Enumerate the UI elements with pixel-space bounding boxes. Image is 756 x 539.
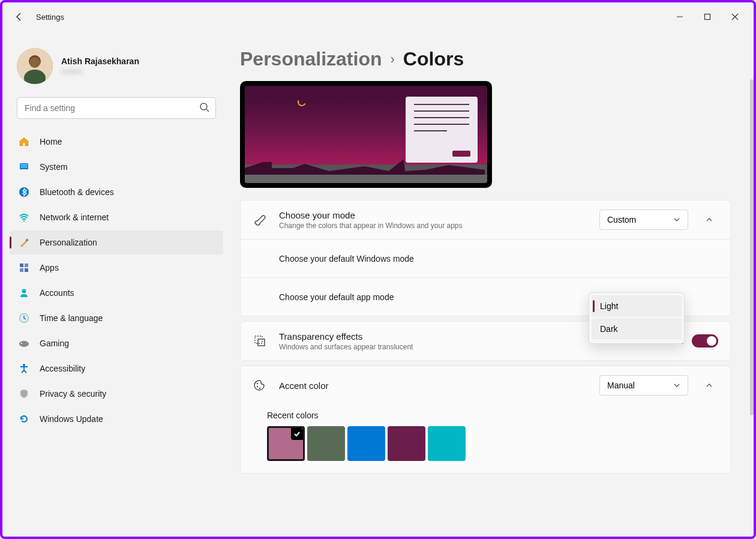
titlebar: Settings xyxy=(2,2,754,31)
accent-expand-toggle[interactable] xyxy=(700,376,718,394)
transparency-icon xyxy=(253,334,267,348)
color-swatch[interactable] xyxy=(267,426,305,461)
sidebar-item-home[interactable]: Home xyxy=(10,130,223,154)
accent-row[interactable]: Accent color Manual xyxy=(241,366,730,405)
update-icon xyxy=(18,413,30,425)
svg-point-6 xyxy=(200,103,207,110)
close-icon xyxy=(731,13,739,20)
user-block[interactable]: Atish Rajasekharan hidden xyxy=(10,43,223,95)
brush-icon xyxy=(253,213,267,226)
svg-point-21 xyxy=(21,343,22,344)
check-icon xyxy=(291,428,303,440)
svg-point-17 xyxy=(22,289,26,294)
popup-option-dark[interactable]: Dark xyxy=(592,318,682,340)
accent-value: Manual xyxy=(607,381,635,390)
maximize-icon xyxy=(704,13,711,20)
accent-card: Accent color Manual Recent colors xyxy=(240,366,731,474)
sidebar-item-update[interactable]: Windows Update xyxy=(10,407,223,431)
svg-point-20 xyxy=(19,341,29,347)
svg-rect-25 xyxy=(258,339,265,346)
sidebar-item-apps[interactable]: Apps xyxy=(10,256,223,280)
main-content: Personalization › Colors xyxy=(230,31,754,537)
theme-preview xyxy=(240,81,492,188)
accent-dropdown[interactable]: Manual xyxy=(599,375,688,396)
svg-rect-15 xyxy=(20,268,23,272)
accessibility-icon xyxy=(18,363,30,375)
minimize-button[interactable] xyxy=(666,7,694,26)
search-wrap xyxy=(17,97,216,119)
home-icon xyxy=(18,136,30,148)
page-title: Colors xyxy=(403,48,464,70)
close-button[interactable] xyxy=(721,7,749,26)
svg-line-7 xyxy=(206,109,209,112)
color-swatch[interactable] xyxy=(428,426,466,461)
chevron-up-icon xyxy=(705,215,713,224)
sidebar-item-label: Windows Update xyxy=(40,414,103,424)
color-swatch[interactable] xyxy=(347,426,385,461)
system-icon xyxy=(18,161,30,173)
windows-mode-title: Choose your default Windows mode xyxy=(253,254,414,263)
sidebar-item-gaming[interactable]: Gaming xyxy=(10,331,223,355)
color-swatch[interactable] xyxy=(307,426,345,461)
sidebar-item-label: Network & internet xyxy=(40,212,109,222)
transparency-toggle[interactable] xyxy=(692,334,718,348)
svg-point-22 xyxy=(26,343,27,344)
choose-mode-row[interactable]: Choose your mode Change the colors that … xyxy=(241,200,730,239)
scrollbar[interactable] xyxy=(750,79,754,415)
sidebar-item-label: Time & language xyxy=(40,313,103,323)
svg-rect-14 xyxy=(25,263,28,267)
maximize-button[interactable] xyxy=(694,7,721,26)
sidebar-item-personalization[interactable]: Personalization xyxy=(10,230,223,254)
accounts-icon xyxy=(18,287,30,299)
search-input[interactable] xyxy=(17,97,216,119)
breadcrumb-parent[interactable]: Personalization xyxy=(240,48,382,70)
palette-icon xyxy=(253,379,267,392)
sidebar-item-bluetooth[interactable]: Bluetooth & devices xyxy=(10,180,223,204)
sidebar-item-label: Home xyxy=(40,137,62,146)
user-email: hidden xyxy=(61,67,139,76)
sidebar-item-time[interactable]: Time & language xyxy=(10,306,223,330)
recent-colors-label: Recent colors xyxy=(267,411,730,420)
chevron-up-icon xyxy=(705,381,713,390)
mode-value: Custom xyxy=(607,215,636,224)
sidebar-item-label: System xyxy=(40,162,68,172)
svg-rect-1 xyxy=(705,14,710,20)
mode-title: Choose your mode xyxy=(279,210,599,220)
gaming-icon xyxy=(18,337,30,349)
popup-option-light[interactable]: Light xyxy=(592,295,682,317)
sidebar-item-network[interactable]: Network & internet xyxy=(10,205,223,229)
svg-rect-9 xyxy=(20,164,28,168)
mode-dropdown[interactable]: Custom xyxy=(599,209,688,230)
bluetooth-icon xyxy=(18,186,30,198)
windows-mode-popup: Light Dark xyxy=(589,292,685,344)
sidebar-item-system[interactable]: System xyxy=(10,155,223,179)
accent-title: Accent color xyxy=(279,381,599,391)
privacy-icon xyxy=(18,388,30,400)
svg-point-11 xyxy=(23,220,25,221)
svg-point-27 xyxy=(257,386,258,387)
search-icon xyxy=(199,102,210,115)
sidebar-item-privacy[interactable]: Privacy & security xyxy=(10,382,223,406)
sidebar-item-label: Accounts xyxy=(40,288,74,298)
sidebar-item-label: Accessibility xyxy=(40,364,85,373)
sidebar-item-label: Personalization xyxy=(40,238,97,247)
sidebar-item-label: Bluetooth & devices xyxy=(40,187,114,197)
back-arrow-icon xyxy=(14,12,24,22)
user-name: Atish Rajasekharan xyxy=(61,56,139,66)
sidebar: Atish Rajasekharan hidden Home System Bl… xyxy=(2,31,230,537)
window-controls xyxy=(666,7,749,26)
color-swatch[interactable] xyxy=(388,426,425,461)
back-button[interactable] xyxy=(7,5,31,29)
avatar xyxy=(17,48,53,84)
mode-expand-toggle[interactable] xyxy=(700,211,718,229)
minimize-icon xyxy=(676,13,683,20)
nav: Home System Bluetooth & devices Network … xyxy=(10,130,223,431)
svg-point-5 xyxy=(29,57,40,68)
chevron-down-icon xyxy=(673,216,680,223)
breadcrumb-separator: › xyxy=(391,52,395,67)
sidebar-item-accounts[interactable]: Accounts xyxy=(10,281,223,305)
mode-subtitle: Change the colors that appear in Windows… xyxy=(279,221,599,230)
apps-icon xyxy=(18,262,30,274)
sidebar-item-accessibility[interactable]: Accessibility xyxy=(10,357,223,381)
sidebar-item-label: Gaming xyxy=(40,339,69,348)
